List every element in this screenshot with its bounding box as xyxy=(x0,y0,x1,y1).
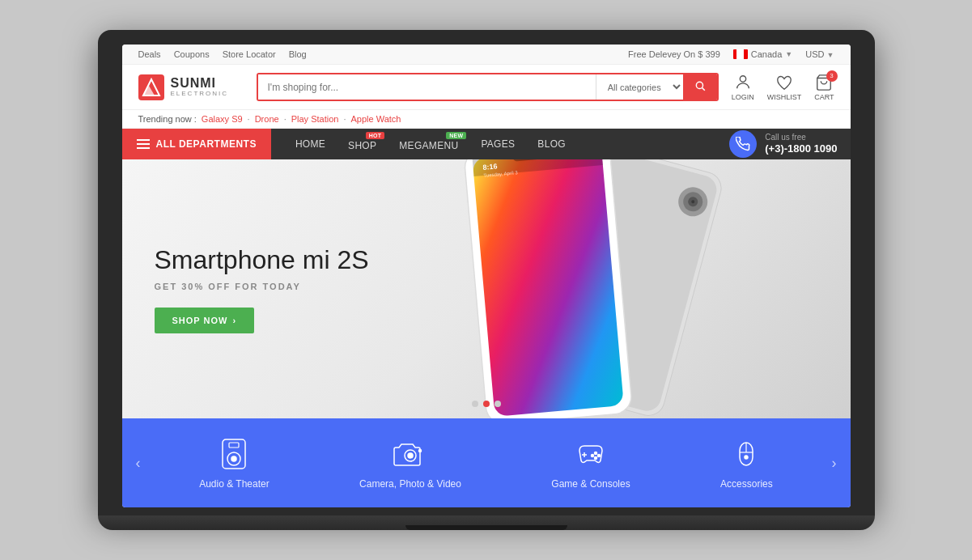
country-selector[interactable]: Canada ▼ xyxy=(733,49,792,59)
currency-selector[interactable]: USD ▼ xyxy=(805,49,834,59)
category-audio-label: Audio & Theater xyxy=(199,478,270,490)
call-number: (+3)-1800 1090 xyxy=(765,142,837,156)
phone-icon xyxy=(736,137,750,151)
categories-prev-arrow[interactable]: ‹ xyxy=(122,418,155,507)
trending-item-1[interactable]: Drone xyxy=(255,114,279,124)
screen-bezel: Deals Coupons Store Locator Blog Free De… xyxy=(98,30,875,515)
category-camera-label: Camera, Photo & Video xyxy=(359,478,461,490)
nav-shop[interactable]: HOT SHOP xyxy=(337,129,388,159)
new-badge: NEW xyxy=(446,132,466,139)
search-icon xyxy=(694,80,706,91)
nav-bar: ALL DEPARTMENTS HOME HOT SHOP NEW MEGAME… xyxy=(122,129,851,159)
user-icon xyxy=(734,74,752,91)
header: SUNMI ELECTRONIC All categories xyxy=(122,65,851,110)
gamepad-icon xyxy=(573,436,609,472)
cart-badge: 3 xyxy=(826,70,838,82)
arrow-icon: › xyxy=(232,316,236,325)
nav-home[interactable]: HOME xyxy=(284,130,337,158)
categories-bar: ‹ Audio & Theater xyxy=(122,418,851,507)
all-departments-button[interactable]: ALL DEPARTMENTS xyxy=(122,129,271,159)
category-audio[interactable]: Audio & Theater xyxy=(186,423,282,503)
search-input[interactable] xyxy=(258,74,596,100)
speaker-icon xyxy=(216,436,252,472)
blog-link[interactable]: Blog xyxy=(289,49,307,59)
svg-rect-14 xyxy=(472,159,623,417)
shop-now-button[interactable]: SHOP NOW › xyxy=(155,308,255,333)
shop-now-label: SHOP NOW xyxy=(172,316,228,325)
svg-point-24 xyxy=(408,453,413,458)
departments-label: ALL DEPARTMENTS xyxy=(156,138,257,150)
deals-link[interactable]: Deals xyxy=(138,49,161,59)
wishlist-button[interactable]: WISHLIST xyxy=(767,74,802,101)
nav-megamenu[interactable]: NEW MEGAMENU xyxy=(388,129,469,159)
hot-badge: HOT xyxy=(366,132,385,139)
svg-point-31 xyxy=(592,455,594,457)
store-locator-link[interactable]: Store Locator xyxy=(223,49,276,59)
category-accessories[interactable]: Accessories xyxy=(707,423,786,503)
logo-text: SUNMI ELECTRONIC xyxy=(171,76,229,97)
phone-circle xyxy=(729,130,757,158)
logo-brand: SUNMI xyxy=(171,76,229,91)
logo-sub: ELECTRONIC xyxy=(171,91,229,98)
nav-blog[interactable]: BLOG xyxy=(526,130,577,158)
svg-point-25 xyxy=(419,450,422,452)
search-bar: All categories xyxy=(257,73,719,101)
top-bar: Deals Coupons Store Locator Blog Free De… xyxy=(122,45,851,65)
logo[interactable]: SUNMI ELECTRONIC xyxy=(138,74,244,100)
dot-2[interactable] xyxy=(483,401,490,407)
wishlist-label: WISHLIST xyxy=(767,93,802,101)
svg-rect-19 xyxy=(223,439,245,469)
call-text: Call us free (+3)-1800 1090 xyxy=(765,132,837,156)
coupons-link[interactable]: Coupons xyxy=(174,49,210,59)
nav-call: Call us free (+3)-1800 1090 xyxy=(716,129,850,159)
hamburger-icon xyxy=(137,139,150,149)
cart-button[interactable]: 3 CART xyxy=(814,74,834,101)
category-accessories-label: Accessories xyxy=(720,478,773,490)
header-actions: LOGIN WISHLIST 3 xyxy=(732,74,834,101)
category-select[interactable]: All categories xyxy=(596,74,683,100)
hero-section: Smartphone mi 2S GET 30% OFF FOR TODAY S… xyxy=(122,159,851,418)
canada-flag-icon xyxy=(733,49,748,59)
hero-title: Smartphone mi 2S xyxy=(155,244,369,275)
categories-next-arrow[interactable]: › xyxy=(818,418,851,507)
cart-label: CART xyxy=(814,93,834,101)
country-dropdown-arrow: ▼ xyxy=(785,50,792,58)
nav-pages[interactable]: PAGES xyxy=(469,130,526,158)
trending-bar: Trending now : Galaxy S9 · Drone · Play … xyxy=(122,110,851,129)
screen: Deals Coupons Store Locator Blog Free De… xyxy=(122,45,851,507)
svg-point-5 xyxy=(740,75,745,81)
hero-content: Smartphone mi 2S GET 30% OFF FOR TODAY S… xyxy=(122,220,401,358)
country-label: Canada xyxy=(751,49,783,59)
currency-dropdown-arrow: ▼ xyxy=(827,51,834,59)
svg-point-21 xyxy=(231,456,236,461)
category-camera[interactable]: Camera, Photo & Video xyxy=(346,423,474,503)
logo-icon xyxy=(138,74,164,100)
top-bar-links: Deals Coupons Store Locator Blog xyxy=(138,49,307,59)
search-button[interactable] xyxy=(683,74,717,100)
mouse-icon xyxy=(728,436,764,472)
delivery-text: Free Delevey On $ 399 xyxy=(628,49,720,59)
svg-point-30 xyxy=(595,457,597,460)
dot-3[interactable] xyxy=(494,401,501,407)
login-button[interactable]: LOGIN xyxy=(732,74,754,101)
trending-item-0[interactable]: Galaxy S9 xyxy=(202,114,243,124)
camera-icon xyxy=(393,436,428,472)
category-items: Audio & Theater Camera, Photo & Video xyxy=(155,423,818,503)
hero-subtitle: GET 30% OFF FOR TODAY xyxy=(155,282,369,291)
svg-point-29 xyxy=(598,455,601,457)
dot-1[interactable] xyxy=(472,401,478,407)
laptop-container: Deals Coupons Store Locator Blog Free De… xyxy=(98,30,875,530)
currency-label: USD xyxy=(805,49,824,59)
nav-links: HOME HOT SHOP NEW MEGAMENU PAGES BLOG xyxy=(271,129,716,159)
laptop-base xyxy=(98,515,875,530)
svg-point-28 xyxy=(595,452,597,455)
trending-item-2[interactable]: Play Station xyxy=(291,114,339,124)
category-games[interactable]: Game & Consoles xyxy=(538,423,643,503)
category-games-label: Game & Consoles xyxy=(551,478,630,490)
hero-dots xyxy=(472,401,501,407)
login-label: LOGIN xyxy=(732,93,754,101)
trending-item-3[interactable]: Apple Watch xyxy=(350,114,401,124)
svg-text:8:16: 8:16 xyxy=(482,162,498,172)
heart-icon xyxy=(775,74,793,91)
call-free-label: Call us free xyxy=(765,132,837,142)
